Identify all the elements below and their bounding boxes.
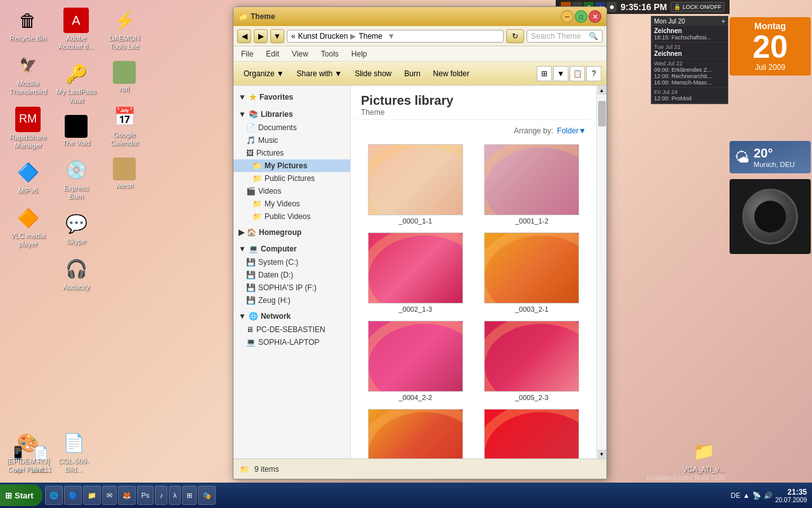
start-button[interactable]: ⊞ Start — [0, 485, 43, 506]
address-path[interactable]: « Kunst Drucken ▶ Theme ▼ — [287, 30, 504, 43]
taskbar-explorer-quick[interactable]: 📁 — [83, 486, 101, 505]
taskbar-ie[interactable]: 🌐 — [45, 486, 63, 505]
lock-button[interactable]: 🔒 LOCK ON/OFF — [671, 2, 724, 12]
image-item-7[interactable]: _0007_3-2 — [478, 409, 587, 458]
desktop-icon-vga[interactable]: 📁 VGA_ATI_v... — [681, 436, 726, 476]
desktop-icon-wiesn[interactable]: wiesn — [102, 155, 147, 192]
sidebar-sophias-f[interactable]: 💾 SOPHIA'S IP (F:) — [233, 281, 350, 294]
image-item-5[interactable]: _0005_2-3 — [478, 321, 587, 401]
image-thumb-3 — [484, 232, 579, 304]
breadcrumb-part2[interactable]: Theme — [358, 32, 382, 41]
thumb-inner-5 — [485, 321, 579, 391]
homegroup-section: ▶ 🏠 Homegroup — [233, 225, 350, 239]
minimize-button[interactable]: ─ — [561, 10, 573, 23]
ie2-icon: 🔵 — [69, 491, 77, 500]
taskbar-music2[interactable]: ♪ — [155, 486, 167, 505]
breadcrumb-part1[interactable]: Kunst Drucken — [298, 32, 348, 41]
desktop-icon-expressburn[interactable]: 💿 Express Burn — [53, 155, 99, 203]
back-button[interactable]: ◀ — [237, 29, 251, 43]
forward-button[interactable]: ▶ — [254, 29, 268, 43]
desktop-icon-googlecal[interactable]: 📅 Google Calendar — [102, 102, 147, 150]
taskbar-mail[interactable]: ✉ — [102, 486, 117, 505]
desktop-icon-rapidshare[interactable]: RM RapidShare Manager — [5, 104, 51, 152]
desktop-icon-rofl[interactable]: rofl — [102, 58, 147, 96]
sidebar-pc-sebastien[interactable]: 🖥 PC-DE-SEBASTIEN — [233, 323, 350, 336]
sidebar-zeug-h[interactable]: 💾 Zeug (H:) — [233, 294, 350, 307]
view-icon-button[interactable]: ⊞ — [537, 66, 552, 81]
menu-file[interactable]: File — [239, 49, 256, 59]
schedule-plus[interactable]: + — [721, 18, 725, 25]
menu-help[interactable]: Help — [349, 49, 370, 59]
sidebar-my-pictures[interactable]: 📁 My Pictures — [233, 159, 350, 172]
taskbar-photoshop[interactable]: Ps — [137, 486, 154, 505]
sidebar-public-pictures[interactable]: 📁 Public Pictures — [233, 172, 350, 185]
sidebar-daten-d[interactable]: 💾 Daten (D:) — [233, 269, 350, 281]
sidebar-videos[interactable]: 🎬 Videos — [233, 185, 350, 197]
search-box[interactable]: Search Theme 🔍 — [527, 30, 603, 43]
maximize-button[interactable]: □ — [575, 10, 587, 23]
image-item-1[interactable]: _0001_1-2 — [478, 144, 587, 225]
desktop-icon-thunderbird[interactable]: 🦅 Mozilla Thunderbird — [5, 50, 51, 98]
image-item-2[interactable]: _0002_1-3 — [361, 232, 470, 313]
desktop-icon-epidem[interactable]: 🎨 [EPIDEM.RU] Corel Paint... — [5, 428, 51, 476]
sidebar-sophia-laptop[interactable]: 💻 SOPHIA-LAPTOP — [233, 336, 350, 349]
taskbar-app1[interactable]: λ — [169, 486, 181, 505]
organize-button[interactable]: Organize ▼ — [239, 67, 289, 80]
refresh-button[interactable]: ↻ — [506, 29, 524, 43]
sidebar-music[interactable]: 🎵 Music — [233, 134, 350, 147]
schedule-entry-1: Tue Jul 21 Zeichnen — [652, 43, 728, 59]
favorites-header[interactable]: ▼ ★ Favorites — [233, 90, 350, 105]
sidebar-system-c[interactable]: 💾 System (C:) — [233, 256, 350, 269]
scrollbar[interactable]: ▲ ▼ — [596, 86, 606, 458]
desktop-icon-cgl509[interactable]: 📄 CGL-509-Bild... — [51, 428, 96, 476]
image-item-6[interactable]: _0006_3-1 — [361, 409, 470, 458]
windows-watermark: Evaluating copy. Build 7100. — [647, 474, 726, 481]
details-pane-button[interactable]: 📋 — [570, 66, 585, 81]
image-item-3[interactable]: _0003_2-1 — [478, 232, 587, 313]
dropdown-button[interactable]: ▼ — [270, 29, 284, 43]
schedule-title-1: Zeichnen — [654, 50, 725, 57]
desktop-icon-skype[interactable]: 💬 Skype — [53, 208, 99, 248]
desktop-icon-audacity[interactable]: 🎧 Audacity — [53, 254, 99, 294]
desktop-icon-mlp6[interactable]: 🔷 MlPv6 — [5, 157, 51, 197]
sidebar-my-videos[interactable]: 📁 My Videos — [233, 197, 350, 210]
slideshow-button[interactable]: Slide show — [350, 67, 396, 80]
arrange-value[interactable]: Folder — [557, 126, 579, 135]
cgl509-label: CGL-509-Bild... — [53, 457, 94, 474]
computer-header[interactable]: ▼ 💻 Computer — [233, 242, 350, 256]
menu-edit[interactable]: Edit — [263, 49, 282, 59]
network-header[interactable]: ▼ 🌐 Network — [233, 309, 350, 323]
new-folder-button[interactable]: New folder — [428, 67, 475, 80]
scroll-up-button[interactable]: ▲ — [598, 86, 606, 95]
sidebar-public-videos[interactable]: 📁 Public Videos — [233, 210, 350, 223]
share-with-button[interactable]: Share with ▼ — [292, 67, 348, 80]
desktop-icon-daemon[interactable]: ⚡ DAEMON Tools Lite — [102, 5, 147, 53]
desktop-icon-recycle-bin[interactable]: 🗑 Recycle Bin — [5, 5, 51, 45]
scroll-down-button[interactable]: ▼ — [598, 450, 606, 458]
image-item-0[interactable]: _0000_1-1 — [361, 144, 470, 225]
image-item-4[interactable]: _0004_2-2 — [361, 321, 470, 401]
taskbar-ie2[interactable]: 🔵 — [64, 486, 82, 505]
menu-tools[interactable]: Tools — [318, 49, 341, 59]
sidebar-pictures[interactable]: 🖼 Pictures — [233, 147, 350, 159]
scroll-thumb[interactable] — [598, 101, 606, 126]
close-button[interactable]: ✕ — [589, 10, 601, 23]
taskbar-app2[interactable]: ⊞ — [182, 486, 197, 505]
menu-view[interactable]: View — [289, 49, 311, 59]
library-subtitle: Theme — [361, 108, 586, 117]
homegroup-header[interactable]: ▶ 🏠 Homegroup — [233, 225, 350, 239]
wiesn-icon — [113, 157, 136, 180]
desktop-icon-thevoid[interactable]: The Void — [53, 112, 99, 150]
clock-time: 9:35:16 PM — [620, 2, 667, 12]
burn-button[interactable]: Burn — [399, 67, 425, 80]
taskbar-app3[interactable]: 🎭 — [198, 486, 216, 505]
view-dropdown-button[interactable]: ▼ — [553, 66, 568, 81]
desktop-icon-vlc[interactable]: 🔶 VLC media player — [5, 203, 51, 251]
taskbar-firefox[interactable]: 🦊 — [118, 486, 136, 505]
sidebar-documents[interactable]: 📄 Documents — [233, 121, 350, 134]
breadcrumb-dropdown[interactable]: ▼ — [388, 32, 395, 41]
desktop-icon-lastpass[interactable]: 🔑 My LastPass Vault — [53, 58, 99, 107]
help-button[interactable]: ? — [586, 66, 601, 81]
desktop-icon-adobe[interactable]: A Adobe Acrobat 8... — [53, 5, 99, 53]
libraries-header[interactable]: ▼ 📚 Libraries — [233, 107, 350, 121]
